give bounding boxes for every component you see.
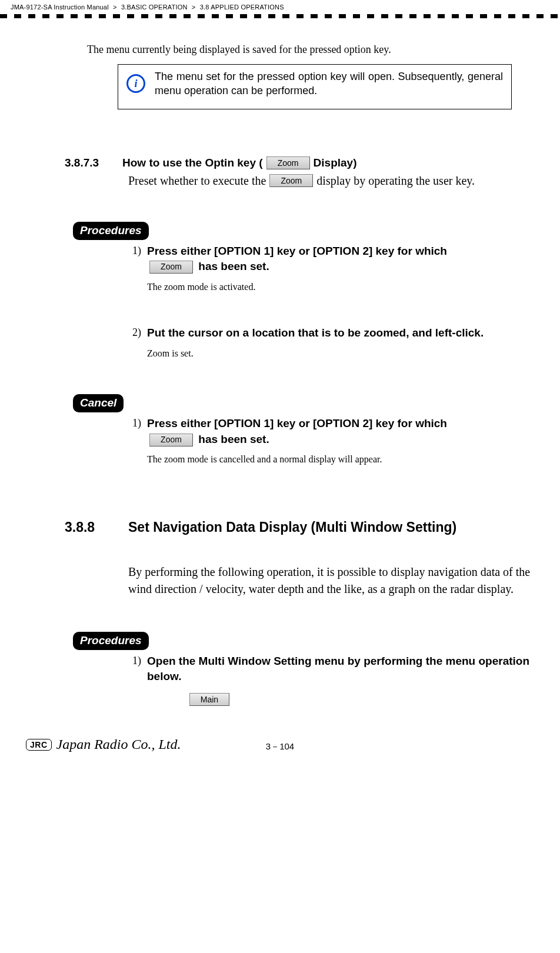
procedure-step-2: 2) Put the cursor on a location that is … xyxy=(124,325,536,360)
zoom-button[interactable]: Zoom xyxy=(149,261,193,274)
section-388-heading: 3.8.8 Set Navigation Data Display (Multi… xyxy=(65,519,536,535)
breadcrumb-sep: > xyxy=(192,4,196,11)
step-number: 1) xyxy=(124,244,147,257)
zoom-button[interactable]: Zoom xyxy=(149,434,193,446)
section-title: Set Navigation Data Display (Multi Windo… xyxy=(128,519,456,535)
zoom-button[interactable]: Zoom xyxy=(266,156,310,169)
section-number: 3.8.8 xyxy=(65,519,128,535)
preset-line: Preset whether to execute the Zoom displ… xyxy=(128,174,536,188)
step-body: Press either [OPTION 1] key or [OPTION 2… xyxy=(147,244,447,294)
page-footer: JRC Japan Radio Co., Ltd. 3－104 xyxy=(0,741,560,752)
section-3873-heading: 3.8.7.3 How to use the Optin key ( Zoom … xyxy=(65,156,536,169)
step-text: has been set. xyxy=(198,260,269,272)
section-388-paragraph: By performing the following operation, i… xyxy=(128,564,536,598)
step-subtext: The zoom mode is cancelled and a normal … xyxy=(147,453,447,466)
step-number: 2) xyxy=(124,325,147,339)
breadcrumb-sep: > xyxy=(113,4,117,11)
step-subtext: The zoom mode is activated. xyxy=(147,281,447,294)
preset-after: display by operating the user key. xyxy=(316,174,475,188)
procedures-pill: Procedures xyxy=(73,222,149,240)
manual-name: JMA-9172-SA Instruction Manual xyxy=(11,4,109,11)
procedure-step-1: 1) Press either [OPTION 1] key or [OPTIO… xyxy=(124,244,536,294)
section-title: How to use the Optin key ( Zoom Display) xyxy=(122,156,357,169)
divider-dashes xyxy=(0,14,560,18)
step-text: has been set. xyxy=(198,433,269,445)
info-icon: i xyxy=(126,74,145,93)
main-button[interactable]: Main xyxy=(189,693,229,706)
step-body: Put the cursor on a location that is to … xyxy=(147,325,484,360)
step-text: Press either [OPTION 1] key or [OPTION 2… xyxy=(147,245,447,257)
breadcrumb-level2: 3.8 APPLIED OPERATIONS xyxy=(200,4,284,11)
section-title-after: Display) xyxy=(314,156,357,169)
step-text: Put the cursor on a location that is to … xyxy=(147,326,484,339)
info-box: i The menu set for the pressed option ke… xyxy=(118,64,512,109)
step-text: Press either [OPTION 1] key or [OPTION 2… xyxy=(147,417,447,429)
step-body: Open the Multi Window Setting menu by pe… xyxy=(147,654,536,685)
step-subtext: Zoom is set. xyxy=(147,347,484,360)
jrc-badge-icon: JRC xyxy=(26,739,52,751)
cancel-pill: Cancel xyxy=(73,394,124,412)
page-number: 3－104 xyxy=(266,741,294,752)
step-number: 1) xyxy=(124,416,147,429)
company-name: Japan Radio Co., Ltd. xyxy=(56,737,181,752)
step-text: Open the Multi Window Setting menu by pe… xyxy=(147,655,529,683)
intro-paragraph: The menu currently being displayed is sa… xyxy=(87,42,536,57)
section-title-before: How to use the Optin key ( xyxy=(122,156,263,169)
company-logo-block: JRC Japan Radio Co., Ltd. xyxy=(26,737,181,752)
cancel-step-1: 1) Press either [OPTION 1] key or [OPTIO… xyxy=(124,416,536,466)
procedure-388-step-1: 1) Open the Multi Window Setting menu by… xyxy=(124,654,536,685)
info-text: The menu set for the pressed option key … xyxy=(155,69,503,98)
procedures-pill: Procedures xyxy=(73,632,149,650)
breadcrumb: JMA-9172-SA Instruction Manual > 3.BASIC… xyxy=(0,0,560,13)
section-number: 3.8.7.3 xyxy=(65,156,122,169)
zoom-button[interactable]: Zoom xyxy=(269,174,313,187)
preset-before: Preset whether to execute the xyxy=(128,174,266,188)
step-body: Press either [OPTION 1] key or [OPTION 2… xyxy=(147,416,447,466)
step-number: 1) xyxy=(124,654,147,667)
breadcrumb-level1: 3.BASIC OPERATION xyxy=(121,4,188,11)
